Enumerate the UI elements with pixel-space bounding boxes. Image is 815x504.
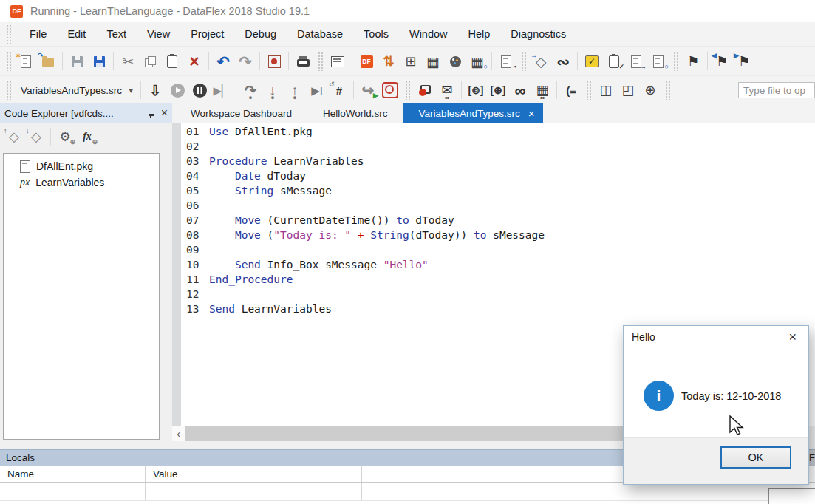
references-button[interactable]: ∾: [552, 50, 574, 72]
menu-text[interactable]: Text: [96, 28, 137, 40]
demote-object-button[interactable]: ◇↓: [25, 126, 47, 148]
copy-button[interactable]: [139, 50, 161, 72]
properties-tool-button[interactable]: ⚙⊕: [54, 126, 76, 148]
goto-line-button[interactable]: #↺: [328, 79, 350, 101]
dialog-close-icon[interactable]: ×: [785, 330, 800, 344]
step-over-button[interactable]: ↷●: [239, 79, 262, 101]
ok-button[interactable]: OK: [720, 446, 791, 469]
locals-window-button[interactable]: [⊚]: [465, 79, 487, 101]
compiler-warnings-button[interactable]: ✓: [581, 50, 603, 72]
new-file-button[interactable]: ∗: [15, 50, 37, 72]
toolbar-separator: [208, 52, 209, 70]
menu-edit[interactable]: Edit: [57, 28, 96, 40]
toggle-breakpoint-button[interactable]: [414, 79, 436, 101]
prev-bookmark-button[interactable]: ⚑◀: [711, 50, 733, 72]
array-viewer-button[interactable]: ▦∞: [531, 79, 553, 101]
locals-window-icon: [⊚]: [468, 85, 483, 95]
properties-tool-overlay-icon: ⊕: [69, 139, 75, 146]
record-macro-button[interactable]: [263, 50, 285, 72]
breakpoint-gutter[interactable]: [172, 123, 181, 426]
print-button[interactable]: [292, 50, 314, 72]
tree-item-learnvariables[interactable]: pxLearnVariables: [4, 174, 159, 191]
component-doc-button[interactable]: ▪: [495, 50, 517, 72]
stop-debug-icon: [382, 82, 398, 98]
delete-button[interactable]: ×: [183, 50, 205, 72]
todo-checklist-button[interactable]: ✓: [603, 50, 625, 72]
column-header-name[interactable]: Name: [0, 466, 146, 482]
project-df-button[interactable]: DF: [355, 50, 378, 72]
menu-window[interactable]: Window: [399, 28, 458, 40]
tab-label: Workspace Dashboard: [191, 108, 292, 119]
watches-window-button[interactable]: [⊕]: [487, 79, 509, 101]
redo-button[interactable]: ↷: [234, 50, 256, 72]
tab-workspace-dashboard[interactable]: Workspace Dashboard: [175, 103, 307, 123]
paste-button[interactable]: [161, 50, 183, 72]
save-all-button[interactable]: [88, 50, 110, 72]
tab-helloworld-src[interactable]: HelloWorld.src: [307, 103, 403, 123]
run-button[interactable]: [166, 79, 188, 101]
table-editor-button[interactable]: ▦: [422, 50, 444, 72]
continue-debug-button[interactable]: ↪▶: [357, 79, 379, 101]
table-explorer-button[interactable]: ▦○: [466, 50, 488, 72]
tree-item-dfallent-pkg[interactable]: DfAllEnt.pkg: [4, 158, 159, 174]
workspace-sync-button[interactable]: ⇅: [378, 50, 400, 72]
save-button[interactable]: [66, 50, 88, 72]
toolbar-separator: [113, 52, 114, 70]
line-number: 04: [181, 170, 202, 182]
menu-file[interactable]: File: [19, 28, 57, 40]
pause-button[interactable]: [188, 79, 211, 101]
object-browser-button[interactable]: ⊞: [400, 50, 422, 72]
next-bookmark-button[interactable]: ⚑▶: [733, 50, 755, 72]
code-line: 08 Move ("Today is: " + String(dToday)) …: [181, 228, 815, 242]
menu-tools[interactable]: Tools: [353, 28, 399, 40]
run-to-cursor-button[interactable]: ▶I: [306, 79, 328, 101]
undo-button[interactable]: ↶: [212, 50, 234, 72]
pin-icon[interactable]: [146, 108, 155, 119]
dialog-title-bar[interactable]: Hello ×: [624, 326, 808, 348]
menu-project[interactable]: Project: [180, 28, 234, 40]
send-message-button[interactable]: ✉∞: [436, 79, 458, 101]
file-open-search-input[interactable]: [738, 82, 815, 98]
step-button[interactable]: ▶▏: [211, 79, 233, 101]
open-file-button[interactable]: ↷: [37, 50, 59, 72]
scroll-left-icon[interactable]: ‹: [172, 426, 185, 441]
step-into-button[interactable]: ↓●: [262, 79, 284, 101]
compile-button[interactable]: ⇩: [144, 79, 166, 101]
column-header-value[interactable]: Value: [146, 466, 362, 482]
active-file-combobox[interactable]: VariablesAndTypes.src ▾: [16, 81, 137, 99]
promote-object-button[interactable]: ◇↑: [3, 126, 25, 148]
tab-close-icon[interactable]: ×: [528, 108, 535, 119]
find-in-files-button[interactable]: ○: [647, 50, 669, 72]
quick-watch-button[interactable]: ∞: [509, 79, 531, 101]
cut-button[interactable]: ✂: [117, 50, 139, 72]
call-stack-button[interactable]: (≡: [560, 79, 582, 101]
menu-bar-items: FileEditTextViewProjectDebugDatabaseTool…: [19, 28, 576, 40]
dialog-title: Hello: [632, 331, 655, 343]
menu-database[interactable]: Database: [287, 28, 353, 40]
menu-diagnostics[interactable]: Diagnostics: [500, 28, 576, 40]
tab-variablesandtypes-src[interactable]: VariablesAndTypes.src×: [403, 103, 544, 123]
step-out-button[interactable]: ↑●: [284, 79, 306, 101]
report-view-button[interactable]: [327, 50, 349, 72]
export-source-button[interactable]: →: [625, 50, 647, 72]
database-builder-button[interactable]: ◰: [617, 79, 639, 101]
web-app-icon: ⊕: [644, 84, 655, 97]
menu-view[interactable]: View: [137, 28, 180, 40]
toolbar-separator: [50, 128, 51, 146]
line-number: 06: [181, 200, 202, 211]
title-bar: DF Running - LearnTheLanguage - DataFlex…: [0, 0, 815, 22]
color-palette-button[interactable]: [444, 50, 466, 72]
code-explorer-tree[interactable]: DfAllEnt.pkgpxLearnVariables: [3, 153, 160, 440]
database-explorer-button[interactable]: ◫: [595, 79, 617, 101]
stop-debug-button[interactable]: [379, 79, 401, 101]
close-icon[interactable]: ×: [161, 107, 168, 119]
continue-debug-icon: ↪: [362, 83, 375, 98]
locate-object-button[interactable]: ◇→: [530, 50, 552, 72]
menu-debug[interactable]: Debug: [234, 28, 287, 40]
menu-help[interactable]: Help: [458, 28, 501, 40]
web-app-button[interactable]: ⊕: [639, 79, 661, 101]
prev-bookmark-overlay-icon: ◀: [712, 52, 717, 59]
promote-object-icon: ◇: [9, 130, 19, 143]
toggle-bookmark-button[interactable]: ⚑: [682, 50, 704, 72]
functions-tool-button[interactable]: fx⊕: [76, 126, 98, 148]
